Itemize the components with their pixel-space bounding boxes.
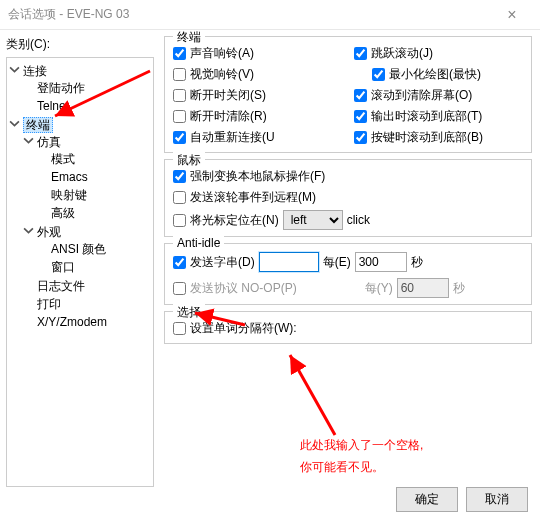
cancel-button[interactable]: 取消: [466, 487, 528, 512]
scrolltoclr-checkbox[interactable]: [354, 89, 367, 102]
every2-label: 每(Y): [365, 280, 393, 297]
expand-icon[interactable]: [9, 118, 20, 129]
interval2-input: [397, 278, 449, 298]
sendnoop-checkbox[interactable]: [173, 282, 186, 295]
expand-icon[interactable]: [23, 225, 34, 236]
click-label: click: [347, 213, 370, 227]
scrolltoclr-label: 滚动到清除屏幕(O): [371, 87, 472, 104]
window-title: 会话选项 - EVE-NG 03: [8, 6, 492, 23]
tree-item[interactable]: 外观: [37, 225, 61, 239]
jumpscroll-label: 跳跃滚动(J): [371, 45, 433, 62]
every1-label: 每(E): [323, 254, 351, 271]
sendwheel-checkbox[interactable]: [173, 191, 186, 204]
visualbell-label: 视觉响铃(V): [190, 66, 254, 83]
tree-item[interactable]: 窗口: [51, 260, 75, 274]
tree-item[interactable]: 映射键: [51, 188, 87, 202]
positioncursor-checkbox[interactable]: [173, 214, 186, 227]
expand-icon[interactable]: [23, 135, 34, 146]
tree-item[interactable]: Emacs: [51, 170, 88, 184]
visualbell-checkbox[interactable]: [173, 68, 186, 81]
tree-item[interactable]: 日志文件: [37, 279, 85, 293]
ok-button[interactable]: 确定: [396, 487, 458, 512]
category-label: 类别(C):: [6, 36, 154, 53]
interval1-input[interactable]: [355, 252, 407, 272]
audiobell-checkbox[interactable]: [173, 47, 186, 60]
minredraw-checkbox[interactable]: [372, 68, 385, 81]
worddelim-checkbox[interactable]: [173, 322, 186, 335]
sendstr-checkbox[interactable]: [173, 256, 186, 269]
autoreconn-label: 自动重新连接(U: [190, 129, 275, 146]
scrollbottomout-label: 输出时滚动到底部(T): [371, 108, 482, 125]
tree-item[interactable]: 仿真: [37, 135, 61, 149]
sec1-label: 秒: [411, 254, 423, 271]
tree-item[interactable]: 打印: [37, 297, 61, 311]
category-tree[interactable]: 连接 登陆动作 Telnet 终端 仿真 模式: [6, 57, 154, 487]
scrollbottomkey-checkbox[interactable]: [354, 131, 367, 144]
positioncursor-label: 将光标定位在(N): [190, 212, 279, 229]
sendstr-input[interactable]: [259, 252, 319, 272]
tree-item[interactable]: Telnet: [37, 99, 69, 113]
sendnoop-label: 发送协议 NO-OP(P): [190, 280, 297, 297]
jumpscroll-checkbox[interactable]: [354, 47, 367, 60]
autoreconn-checkbox[interactable]: [173, 131, 186, 144]
group-title-antiidle: Anti-idle: [173, 236, 224, 250]
clearondisc-label: 断开时清除(R): [190, 108, 267, 125]
tree-item[interactable]: 登陆动作: [37, 81, 85, 95]
expand-icon[interactable]: [9, 64, 20, 75]
tree-item[interactable]: 连接: [23, 64, 47, 78]
position-select[interactable]: left: [283, 210, 343, 230]
minredraw-label: 最小化绘图(最快): [389, 66, 481, 83]
close-icon[interactable]: ×: [492, 6, 532, 24]
closeondisc-label: 断开时关闭(S): [190, 87, 266, 104]
group-title-mouse: 鼠标: [173, 152, 205, 169]
tree-item[interactable]: X/Y/Zmodem: [37, 315, 107, 329]
tree-item[interactable]: ANSI 颜色: [51, 242, 106, 256]
tree-item[interactable]: 模式: [51, 152, 75, 166]
forcelocal-label: 强制变换本地鼠标操作(F): [190, 168, 325, 185]
scrollbottomkey-label: 按键时滚动到底部(B): [371, 129, 483, 146]
closeondisc-checkbox[interactable]: [173, 89, 186, 102]
sec2-label: 秒: [453, 280, 465, 297]
tree-item[interactable]: 高级: [51, 206, 75, 220]
tree-item-terminal[interactable]: 终端: [23, 117, 53, 133]
sendstr-label: 发送字串(D): [190, 254, 255, 271]
clearondisc-checkbox[interactable]: [173, 110, 186, 123]
audiobell-label: 声音响铃(A): [190, 45, 254, 62]
group-title-terminal: 终端: [173, 30, 205, 46]
group-title-select: 选择: [173, 304, 205, 321]
sendwheel-label: 发送滚轮事件到远程(M): [190, 189, 316, 206]
worddelim-label: 设置单词分隔符(W):: [190, 320, 297, 337]
forcelocal-checkbox[interactable]: [173, 170, 186, 183]
scrollbottomout-checkbox[interactable]: [354, 110, 367, 123]
